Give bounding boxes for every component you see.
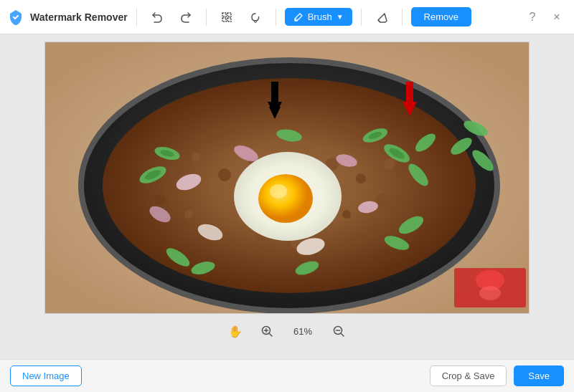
zoom-in-icon [260, 325, 273, 338]
svg-point-12 [192, 153, 200, 161]
app-logo [7, 9, 24, 26]
selection-tool-button[interactable] [215, 6, 238, 29]
help-button[interactable]: ? [522, 7, 542, 27]
close-button[interactable]: × [547, 7, 567, 27]
save-label: Save [528, 371, 550, 381]
svg-rect-1 [227, 13, 231, 16]
lasso-icon [249, 11, 262, 24]
toolbar-divider-5 [402, 9, 403, 26]
hand-tool-button[interactable]: ✋ [225, 321, 245, 341]
remove-label: Remove [424, 11, 458, 22]
svg-point-15 [154, 194, 166, 206]
svg-point-13 [218, 168, 231, 181]
svg-rect-3 [227, 18, 231, 21]
svg-point-51 [258, 174, 313, 223]
svg-point-20 [376, 193, 389, 206]
zoom-out-button[interactable] [329, 321, 349, 341]
remove-button[interactable]: Remove [411, 7, 471, 27]
footer-right: Crop & Save Save [430, 365, 564, 386]
svg-point-5 [295, 19, 297, 21]
save-button[interactable]: Save [514, 365, 564, 386]
svg-point-55 [479, 286, 501, 300]
undo-icon [151, 11, 164, 24]
undo-button[interactable] [146, 6, 169, 29]
svg-line-67 [342, 334, 344, 337]
svg-rect-0 [222, 13, 226, 16]
footer: New Image Crop & Save Save [0, 359, 574, 392]
help-icon: ? [530, 11, 536, 24]
toolbar-divider-1 [136, 9, 137, 26]
toolbar-divider-4 [361, 9, 362, 26]
app-title: Watermark Remover [30, 11, 128, 23]
eraser-button[interactable] [370, 6, 393, 29]
svg-point-4 [254, 20, 256, 22]
toolbar-divider-2 [206, 9, 207, 26]
zoom-in-button[interactable] [257, 321, 277, 341]
svg-line-63 [270, 334, 273, 337]
svg-rect-60 [406, 82, 413, 103]
svg-point-21 [342, 210, 351, 219]
svg-rect-58 [271, 82, 278, 103]
svg-point-11 [169, 166, 180, 177]
brush-dropdown-icon: ▼ [337, 13, 344, 21]
close-icon: × [553, 11, 560, 24]
lasso-tool-button[interactable] [244, 6, 267, 29]
title-bar-right: ? × [522, 7, 567, 27]
svg-point-16 [184, 210, 193, 219]
toolbar-divider-3 [276, 9, 276, 26]
svg-point-19 [384, 158, 395, 170]
redo-icon [179, 11, 192, 24]
redo-button[interactable] [174, 6, 197, 29]
svg-point-18 [356, 173, 366, 183]
brush-button[interactable]: Brush ▼ [285, 8, 352, 26]
brush-label: Brush [308, 11, 332, 22]
bottom-toolbar: ✋ 61% [225, 314, 349, 348]
food-image [45, 42, 530, 314]
zoom-level: 61% [288, 326, 317, 337]
svg-point-52 [270, 184, 287, 199]
svg-rect-2 [222, 18, 226, 21]
main-content: ✋ 61% [0, 34, 574, 359]
title-bar-left: Watermark Remover [7, 6, 471, 29]
image-container[interactable] [44, 42, 530, 314]
new-image-label: New Image [22, 371, 70, 381]
hand-icon: ✋ [228, 325, 243, 338]
crop-save-button[interactable]: Crop & Save [430, 365, 507, 386]
new-image-button[interactable]: New Image [10, 365, 82, 386]
brush-icon [293, 12, 304, 22]
crop-save-label: Crop & Save [442, 371, 495, 381]
title-bar: Watermark Remover [0, 0, 574, 34]
zoom-out-icon [332, 325, 345, 338]
selection-icon [220, 11, 233, 24]
eraser-icon [375, 11, 388, 24]
